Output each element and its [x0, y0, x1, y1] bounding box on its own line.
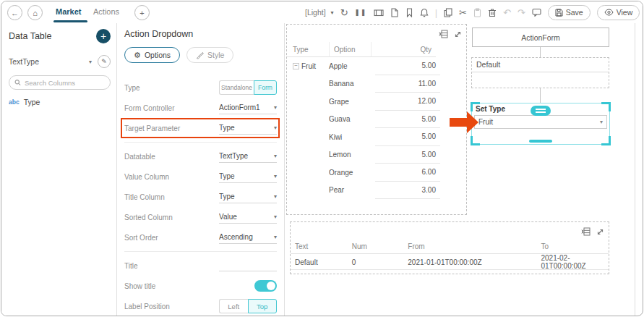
toolbar-right: [Light] ▾ ↻ ❚❚ |	[305, 4, 640, 21]
label-position-left-button[interactable]: Left	[219, 299, 248, 313]
chevron-down-icon: ▾	[274, 104, 277, 111]
tab-style[interactable]: Style	[186, 47, 233, 63]
pause-icon[interactable]: ❚❚	[355, 9, 367, 16]
cell-option: Grape	[329, 98, 375, 106]
col-header-text[interactable]: Text	[291, 242, 348, 250]
field-target-parameter-label: Target Parameter	[124, 124, 219, 132]
export-excel-icon[interactable]	[439, 28, 448, 41]
table-row[interactable]: −Fruit Apple 5.00	[287, 57, 466, 75]
theme-caret-icon[interactable]: ▾	[331, 9, 334, 16]
search-columns-box[interactable]	[9, 75, 111, 90]
refresh-icon[interactable]: ↻	[340, 8, 348, 17]
canvas-right-border	[635, 23, 635, 316]
comment-icon[interactable]	[532, 8, 541, 17]
cell-option: Lemon	[329, 151, 375, 158]
target-parameter-dropdown[interactable]: Type ▾	[219, 122, 277, 135]
tab-style-label: Style	[207, 51, 224, 59]
set-type-value: Fruit	[478, 118, 600, 126]
table-row[interactable]: Banana 11.00	[287, 75, 466, 93]
datatable-dropdown[interactable]: TextType ▾	[219, 150, 277, 163]
chevron-down-icon: ▾	[274, 193, 277, 200]
tab-actions[interactable]: Actions	[93, 7, 119, 16]
widget-title: Set Type	[476, 105, 505, 113]
form-controller-dropdown[interactable]: ActionForm1 ▾	[219, 101, 277, 114]
collapse-group-icon[interactable]: −	[293, 63, 299, 69]
view-button-label: View	[617, 8, 633, 17]
field-target-parameter: Target Parameter Type ▾	[124, 118, 277, 138]
paste-icon	[473, 8, 481, 17]
sort-order-dropdown[interactable]: Ascending ▾	[219, 231, 277, 244]
column-item-type[interactable]: abc Type	[9, 98, 111, 106]
home-button[interactable]: ⌂	[27, 5, 43, 20]
value-column-dropdown[interactable]: Type ▾	[219, 170, 277, 183]
col-header-qty[interactable]: Qty	[371, 42, 436, 57]
export-pdf-icon[interactable]	[390, 8, 399, 17]
table-caret-icon[interactable]: ▾	[89, 59, 92, 65]
cell-option: Apple	[329, 62, 375, 70]
copy-icon[interactable]	[444, 8, 452, 17]
back-icon: ←	[11, 9, 19, 17]
table-row[interactable]: Pear 3.00	[287, 182, 466, 200]
set-type-dropdown[interactable]: Fruit ▾	[474, 115, 607, 129]
inspector-title: Action Dropdown	[124, 29, 277, 39]
table-row[interactable]: Orange 6.00	[287, 164, 466, 182]
table-row[interactable]: Lemon 5.00	[287, 146, 466, 164]
tab-options[interactable]: ⚙ Options	[124, 47, 180, 63]
col-header-from[interactable]: From	[403, 242, 536, 250]
snapshot-icon[interactable]	[374, 8, 384, 17]
value-column-value: Type	[219, 172, 274, 180]
default-state-box[interactable]: Default	[471, 57, 609, 88]
add-data-table-button[interactable]: +	[96, 29, 111, 43]
table-row[interactable]: Grape 12.00	[287, 93, 466, 111]
data-table-select[interactable]: TextType	[9, 57, 89, 66]
text-type-icon: abc	[9, 98, 20, 106]
save-button[interactable]: Save	[548, 5, 591, 20]
field-type-label: Type	[124, 84, 219, 92]
col-header-type[interactable]: Type	[287, 42, 329, 57]
field-sorted-column: Sorted Column Value ▾	[124, 207, 277, 227]
col-header-to[interactable]: To	[536, 242, 609, 250]
title-input[interactable]	[219, 260, 277, 271]
delete-trash-icon[interactable]	[488, 8, 497, 17]
bookmark-icon[interactable]	[405, 8, 413, 17]
theme-selector[interactable]: [Light]	[305, 8, 326, 17]
edit-table-button[interactable]: ✎	[98, 55, 111, 68]
table-row[interactable]: Guava 5.00	[287, 111, 466, 129]
field-value-column: Value Column Type ▾	[124, 166, 277, 187]
tab-market[interactable]: Market	[56, 7, 81, 16]
export-excel-icon[interactable]	[581, 226, 591, 239]
title-column-value: Type	[219, 193, 274, 200]
plus-icon: +	[100, 30, 106, 42]
action-form-header[interactable]: ActionForm	[472, 28, 609, 47]
show-title-toggle[interactable]	[254, 280, 277, 292]
add-tab-button[interactable]: +	[134, 5, 150, 20]
cut-icon[interactable]: ✂	[459, 8, 467, 17]
resize-handle[interactable]	[529, 140, 552, 143]
back-button[interactable]: ←	[7, 5, 22, 20]
table-row[interactable]: Kiwi 5.00	[287, 128, 466, 146]
cell-qty: 11.00	[375, 75, 440, 93]
set-type-widget[interactable]: Set Type Fruit ▾	[471, 103, 610, 145]
maximize-icon[interactable]	[596, 226, 604, 239]
datatable-value: TextType	[219, 152, 274, 160]
drag-handle-icon[interactable]	[531, 106, 551, 116]
col-header-option[interactable]: Option	[329, 42, 371, 57]
notifications-bell-icon[interactable]	[420, 8, 429, 17]
maximize-icon[interactable]	[454, 28, 462, 41]
cell-to: 2021-02-01T00:00:00Z	[536, 254, 609, 270]
col-header-num[interactable]: Num	[348, 242, 404, 250]
type-standalone-button[interactable]: Standalone	[219, 80, 254, 95]
sorted-column-dropdown[interactable]: Value ▾	[219, 211, 277, 224]
search-columns-input[interactable]	[25, 79, 105, 87]
cell-option: Kiwi	[329, 133, 375, 141]
pencil-icon: ✎	[101, 58, 107, 65]
action-dropdown-inspector: Action Dropdown ⚙ Options Style Type Sta…	[117, 23, 285, 316]
sidebar-title: Data Table	[9, 31, 52, 41]
view-button[interactable]: View	[597, 5, 640, 20]
title-column-dropdown[interactable]: Type ▾	[219, 190, 277, 203]
search-icon	[14, 79, 21, 86]
type-form-button[interactable]: Form	[254, 80, 277, 95]
table-row[interactable]: Default 0 2021-01-01T00:00:00Z 2021-02-0…	[291, 255, 609, 270]
field-datatable-label: Datatable	[124, 153, 219, 161]
label-position-top-button[interactable]: Top	[248, 299, 278, 313]
